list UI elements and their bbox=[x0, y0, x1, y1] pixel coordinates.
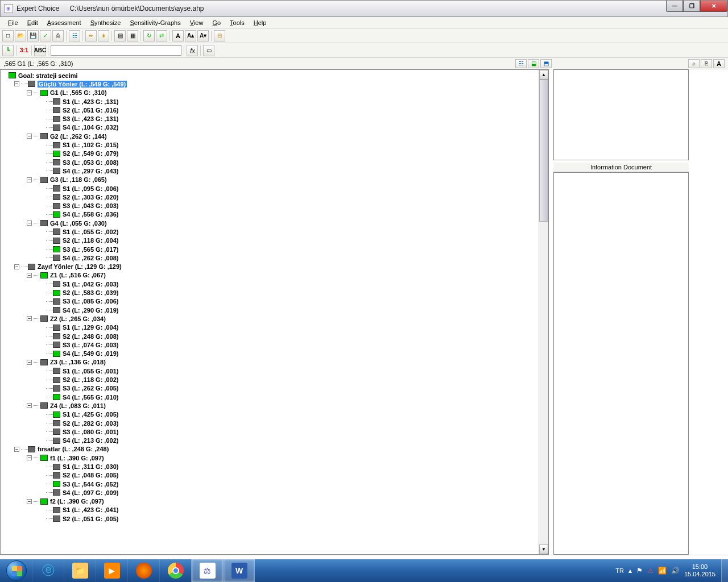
expander-icon[interactable]: − bbox=[27, 221, 32, 226]
tree-node[interactable]: S4 (L: ,549 G: ,019) bbox=[2, 350, 548, 358]
expander-icon[interactable]: − bbox=[27, 499, 32, 504]
tree-node[interactable]: S2 (L: ,248 G: ,008) bbox=[2, 332, 548, 340]
tree-node[interactable]: S1 (L: ,055 G: ,001) bbox=[2, 367, 548, 375]
tree-node[interactable]: −G4 (L: ,055 G: ,030) bbox=[2, 219, 548, 227]
tree-node[interactable]: S3 (L: ,262 G: ,005) bbox=[2, 384, 548, 393]
tree-node[interactable]: −Zayıf Yönler (L: ,129 G: ,129) bbox=[2, 263, 548, 271]
close-button[interactable]: ✕ bbox=[700, 1, 727, 12]
tree-node[interactable]: −Z2 (L: ,265 G: ,034) bbox=[2, 314, 548, 323]
tree-node[interactable]: S2 (L: ,583 G: ,039) bbox=[2, 288, 548, 297]
expander-icon[interactable]: − bbox=[14, 81, 19, 86]
expander-icon[interactable]: − bbox=[27, 316, 32, 321]
formula-input[interactable] bbox=[51, 45, 181, 56]
fx-icon[interactable]: fx bbox=[187, 45, 198, 56]
tree-node[interactable]: S2 (L: ,549 G: ,079) bbox=[2, 149, 548, 158]
sync-icon[interactable]: ⇄ bbox=[156, 30, 167, 41]
show-desktop-button[interactable] bbox=[721, 559, 728, 582]
info-copy-icon[interactable]: ⎘ bbox=[701, 59, 712, 68]
collapse-icon[interactable]: ⬒ bbox=[540, 59, 552, 68]
tree-node[interactable]: S4 (L: ,290 G: ,019) bbox=[2, 306, 548, 314]
tree-node[interactable]: S2 (L: ,048 G: ,005) bbox=[2, 471, 548, 480]
tree-node[interactable]: S1 (L: ,055 G: ,002) bbox=[2, 227, 548, 236]
print-icon[interactable]: ⎙ bbox=[52, 30, 64, 41]
left-arrow-icon[interactable]: ↞ bbox=[85, 30, 97, 41]
tree-node[interactable]: −f2 (L: ,390 G: ,097) bbox=[2, 497, 548, 506]
taskbar-explorer[interactable]: 📁 bbox=[64, 559, 96, 582]
tree-node[interactable]: −G2 (L: ,262 G: ,144) bbox=[2, 132, 548, 140]
expander-icon[interactable]: − bbox=[27, 403, 32, 408]
tree-node[interactable]: S2 (L: ,282 G: ,003) bbox=[2, 419, 548, 427]
tree-icon[interactable]: ☷ bbox=[69, 30, 80, 41]
tree-node[interactable]: S4 (L: ,213 G: ,002) bbox=[2, 436, 548, 444]
font-increase-icon[interactable]: A▴ bbox=[185, 30, 196, 41]
taskbar-chrome[interactable] bbox=[159, 559, 191, 582]
info-a-icon[interactable]: A bbox=[713, 59, 725, 68]
expand-icon[interactable]: ⬓ bbox=[528, 59, 539, 68]
menu-view[interactable]: View bbox=[187, 18, 207, 27]
menu-synthesize[interactable]: Synthesize bbox=[87, 18, 125, 27]
info-find-icon[interactable]: ⌕ bbox=[688, 59, 700, 68]
expander-icon[interactable]: − bbox=[27, 177, 32, 182]
hierarchy-icon[interactable]: ┗ bbox=[2, 45, 14, 56]
expander-icon[interactable]: − bbox=[27, 455, 32, 460]
tray-action-icon[interactable]: ⚠ bbox=[647, 567, 653, 575]
tray-flag-icon[interactable]: ⚑ bbox=[636, 567, 643, 575]
tree-node[interactable]: S1 (L: ,423 G: ,041) bbox=[2, 506, 548, 514]
tree-node[interactable]: S1 (L: ,095 G: ,006) bbox=[2, 184, 548, 193]
menu-file[interactable]: File bbox=[5, 18, 22, 27]
minimize-button[interactable]: — bbox=[666, 1, 683, 12]
tree-node[interactable]: S2 (L: ,051 G: ,016) bbox=[2, 106, 548, 114]
tree-node[interactable]: S1 (L: ,425 G: ,005) bbox=[2, 410, 548, 419]
tree-node[interactable]: S3 (L: ,053 G: ,008) bbox=[2, 158, 548, 167]
open-icon[interactable]: 📂 bbox=[15, 30, 26, 41]
tree-node[interactable]: S2 (L: ,118 G: ,004) bbox=[2, 236, 548, 245]
tray-lang[interactable]: TR bbox=[615, 567, 624, 574]
tree-node[interactable]: S3 (L: ,043 G: ,003) bbox=[2, 201, 548, 210]
save-icon[interactable]: 💾 bbox=[27, 30, 39, 41]
taskbar-word[interactable]: W bbox=[223, 559, 255, 582]
tree-node[interactable]: S3 (L: ,080 G: ,001) bbox=[2, 427, 548, 436]
maximize-button[interactable]: ❐ bbox=[683, 1, 700, 12]
tree-node[interactable]: S3 (L: ,544 G: ,052) bbox=[2, 480, 548, 488]
tree-node[interactable]: S1 (L: ,102 G: ,015) bbox=[2, 140, 548, 149]
doc2-icon[interactable]: ▦ bbox=[127, 30, 138, 41]
tree-node[interactable]: S4 (L: ,097 G: ,009) bbox=[2, 488, 548, 497]
tree-node[interactable]: S3 (L: ,074 G: ,003) bbox=[2, 340, 548, 349]
tree-node[interactable]: S4 (L: ,262 G: ,008) bbox=[2, 253, 548, 262]
tree-node[interactable]: S1 (L: ,423 G: ,131) bbox=[2, 97, 548, 106]
refresh-icon[interactable]: ↻ bbox=[143, 30, 155, 41]
tree-view-icon[interactable]: ☷ bbox=[515, 59, 527, 68]
tree-node[interactable]: S2 (L: ,051 G: ,005) bbox=[2, 514, 548, 523]
tree-node[interactable]: S4 (L: ,297 G: ,043) bbox=[2, 167, 548, 175]
tree-node[interactable]: Goal: strateji secimi bbox=[2, 71, 548, 80]
scroll-thumb[interactable] bbox=[539, 80, 548, 222]
expander-icon[interactable]: − bbox=[27, 273, 32, 278]
tree-node[interactable]: −G1 (L: ,565 G: ,310) bbox=[2, 89, 548, 97]
check-icon[interactable]: ✓ bbox=[40, 30, 51, 41]
tree-node[interactable]: −G3 (L: ,118 G: ,065) bbox=[2, 176, 548, 184]
tree-node[interactable]: −Z1 (L: ,516 G: ,067) bbox=[2, 271, 548, 280]
doc1-icon[interactable]: ▤ bbox=[114, 30, 126, 41]
scroll-down-icon[interactable]: ▼ bbox=[539, 544, 548, 554]
taskbar-firefox[interactable] bbox=[127, 559, 159, 582]
menu-assessment[interactable]: Assessment bbox=[44, 18, 85, 27]
menu-go[interactable]: Go bbox=[209, 18, 224, 27]
tree-node[interactable]: −fırsatlar (L: ,248 G: ,248) bbox=[2, 445, 548, 454]
down-arrow-icon[interactable]: ↡ bbox=[98, 30, 109, 41]
vertical-scrollbar[interactable]: ▲ ▼ bbox=[539, 70, 548, 554]
start-button[interactable] bbox=[1, 559, 32, 582]
tray-up-icon[interactable]: ▴ bbox=[628, 567, 632, 575]
tray-volume-icon[interactable]: 🔊 bbox=[671, 567, 680, 575]
new-icon[interactable]: □ bbox=[2, 30, 14, 41]
tree-node[interactable]: S4 (L: ,558 G: ,036) bbox=[2, 210, 548, 219]
scroll-up-icon[interactable]: ▲ bbox=[539, 70, 548, 80]
abc-icon[interactable]: ABC bbox=[34, 45, 46, 56]
tree-node[interactable]: S3 (L: ,085 G: ,006) bbox=[2, 297, 548, 306]
tree-node[interactable]: S1 (L: ,042 G: ,003) bbox=[2, 280, 548, 288]
tree-node[interactable]: S3 (L: ,423 G: ,131) bbox=[2, 114, 548, 123]
tree-node[interactable]: −Z4 (L: ,083 G: ,011) bbox=[2, 401, 548, 410]
tree-node[interactable]: S1 (L: ,311 G: ,030) bbox=[2, 462, 548, 471]
menu-tools[interactable]: Tools bbox=[226, 18, 248, 27]
tree-node[interactable]: −Güçlü Yönler (L: ,549 G: ,549) bbox=[2, 80, 548, 88]
tree-node[interactable]: S4 (L: ,565 G: ,010) bbox=[2, 393, 548, 401]
